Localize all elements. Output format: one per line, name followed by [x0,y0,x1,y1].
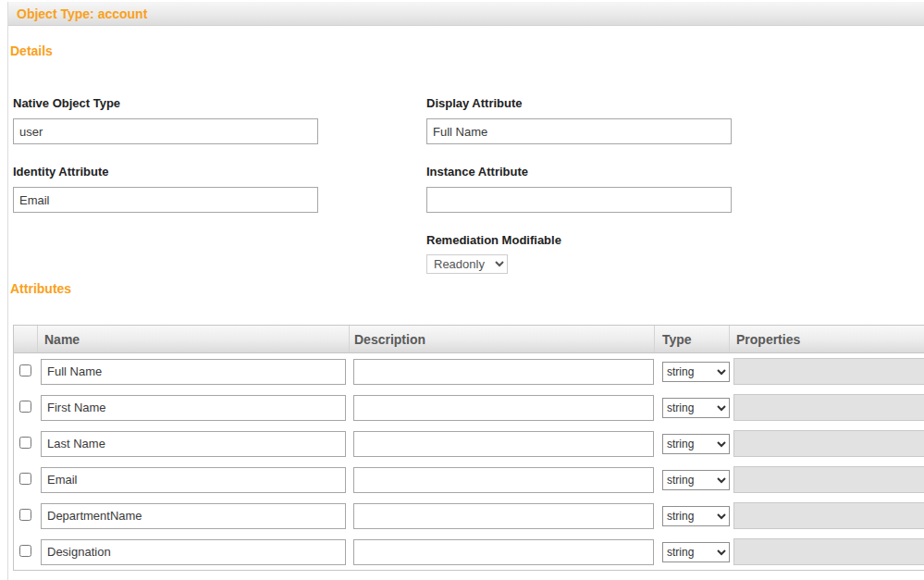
display-attribute-input[interactable] [426,118,732,144]
attribute-row: string [14,462,924,498]
attribute-properties-box [733,466,924,493]
attribute-name-input[interactable] [41,539,346,565]
instance-attribute-label: Instance Attribute [426,165,924,179]
attribute-row: string [14,389,924,426]
attribute-description-input[interactable] [353,467,654,493]
row-select-checkbox[interactable] [19,401,31,413]
attribute-name-input[interactable] [41,359,346,385]
attribute-type-select[interactable]: string [662,434,730,454]
identity-attribute-input[interactable] [13,187,318,213]
attribute-description-input[interactable] [353,503,654,529]
attribute-type-select[interactable]: string [662,506,730,526]
object-type-panel: Object Type: account Details Native Obje… [7,2,924,580]
attribute-row: string [14,353,924,389]
page-title: Object Type: account [8,2,924,26]
attribute-properties-box [733,538,924,565]
attributes-section-heading: Attributes [10,281,924,296]
attribute-row: string [14,498,924,534]
attribute-description-input[interactable] [353,431,654,457]
column-header-name: Name [38,326,350,352]
attributes-table-header: Name Description Type Properties [14,326,924,353]
identity-attribute-label: Identity Attribute [13,165,426,179]
row-select-checkbox[interactable] [19,473,31,485]
attribute-name-input[interactable] [41,467,346,493]
details-form: Native Object Type Identity Attribute Di… [8,58,924,274]
attribute-type-select[interactable]: string [662,470,730,490]
attribute-row: string [14,426,924,462]
attribute-description-input[interactable] [353,539,654,565]
attribute-name-input[interactable] [41,431,346,457]
row-select-checkbox[interactable] [19,364,31,376]
attribute-properties-box [733,502,924,529]
native-object-type-input[interactable] [13,118,318,144]
column-header-properties: Properties [730,326,924,352]
attribute-properties-box [733,430,924,457]
instance-attribute-input[interactable] [426,187,732,213]
attribute-type-select[interactable]: string [662,542,730,562]
attributes-table: Name Description Type Properties string … [13,325,924,571]
attribute-name-input[interactable] [41,395,346,421]
attribute-description-input[interactable] [353,395,654,421]
attribute-row: string [14,534,924,570]
attributes-table-body: string string string string string strin… [14,353,924,570]
row-select-checkbox[interactable] [19,437,31,449]
attribute-type-select[interactable]: string [662,398,730,418]
remediation-modifiable-label: Remediation Modifiable [426,233,924,247]
details-right-column: Display Attribute Instance Attribute Rem… [426,58,924,274]
remediation-modifiable-select[interactable]: Readonly [426,254,508,274]
column-header-type: Type [655,326,730,352]
attribute-properties-box [733,358,924,385]
details-section-heading: Details [10,43,924,58]
native-object-type-label: Native Object Type [13,96,426,110]
column-header-checkbox [14,326,38,352]
attribute-name-input[interactable] [41,503,346,529]
attribute-type-select[interactable]: string [662,362,730,382]
attribute-properties-box [733,394,924,421]
row-select-checkbox[interactable] [19,509,31,521]
attribute-description-input[interactable] [353,359,654,385]
display-attribute-label: Display Attribute [426,96,924,110]
panel-content: Details Native Object Type Identity Attr… [8,43,924,571]
column-header-description: Description [350,326,655,352]
details-left-column: Native Object Type Identity Attribute [13,58,426,274]
row-select-checkbox[interactable] [19,545,31,557]
